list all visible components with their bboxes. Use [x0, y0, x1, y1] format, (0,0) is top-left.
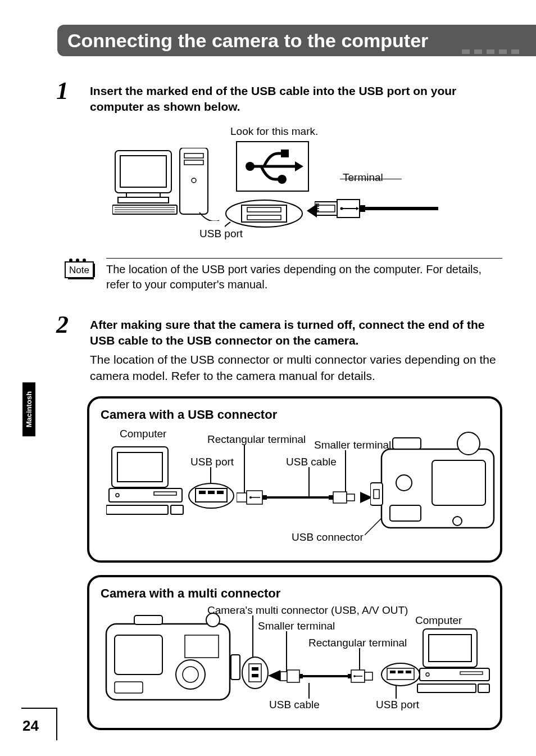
svg-marker-80 — [268, 670, 280, 681]
footer-rule — [21, 708, 57, 709]
svg-rect-81 — [280, 672, 287, 681]
step-1-number: 1 — [56, 79, 79, 115]
camera-illustration-icon — [370, 427, 502, 539]
svg-point-73 — [206, 613, 220, 627]
step-2-number: 2 — [56, 313, 79, 384]
label-rectangular-terminal: Rectangular terminal — [207, 433, 306, 446]
svg-rect-72 — [134, 615, 162, 624]
label-look-for-mark: Look for this mark. — [230, 125, 318, 138]
svg-rect-28 — [365, 207, 438, 210]
page-title: Connecting the camera to the computer — [67, 30, 428, 52]
step-1: 1 Insert the marked end of the USB cable… — [56, 79, 502, 115]
svg-point-62 — [457, 432, 480, 455]
svg-rect-65 — [370, 483, 383, 505]
label-usb-port: USB port — [190, 456, 234, 468]
step-2-instruction: After making sure that the camera is tur… — [90, 317, 502, 349]
step-2-description: The location of the USB connector or mul… — [90, 352, 502, 384]
svg-rect-42 — [171, 505, 183, 514]
content-area: 1 Insert the marked end of the USB cable… — [56, 79, 502, 730]
svg-rect-83 — [299, 674, 303, 678]
svg-marker-30 — [307, 204, 317, 218]
svg-point-16 — [278, 175, 287, 184]
usb-cable-icon — [280, 669, 381, 683]
svg-rect-79 — [252, 674, 258, 677]
usb-cable-icon — [237, 488, 360, 506]
note-text: The location of the USB port varies depe… — [106, 258, 502, 292]
arrow-left-icon — [268, 668, 280, 683]
panel-multi-title: Camera with a multi connector — [101, 586, 489, 601]
note-icon-label: Note — [69, 265, 89, 275]
usb-port-closeup-icon — [225, 200, 303, 230]
svg-rect-93 — [398, 671, 403, 673]
note-block: Note The location of the USB port varies… — [65, 258, 502, 292]
svg-rect-92 — [390, 671, 396, 673]
label-usb-cable: USB cable — [286, 456, 337, 468]
decorative-dashes — [462, 49, 519, 54]
svg-rect-3 — [118, 197, 169, 203]
usb-plug-icon — [315, 197, 438, 220]
svg-rect-55 — [333, 492, 347, 503]
leader-line — [340, 179, 402, 180]
svg-rect-46 — [208, 491, 215, 494]
svg-rect-85 — [348, 674, 351, 678]
svg-rect-48 — [237, 493, 247, 502]
svg-rect-15 — [281, 150, 289, 157]
svg-rect-75 — [231, 655, 240, 680]
svg-rect-78 — [252, 667, 258, 671]
label-usb-cable: USB cable — [269, 699, 320, 711]
panel-usb-body: Computer Rectangular terminal Smaller te… — [101, 425, 489, 549]
arrow-left-icon — [307, 200, 318, 222]
panel-multi-connector: Camera with a multi connector Camera's m… — [87, 575, 502, 730]
svg-point-76 — [242, 657, 268, 689]
svg-rect-53 — [267, 496, 329, 499]
svg-rect-82 — [287, 670, 299, 682]
label-computer: Computer — [120, 428, 166, 440]
svg-rect-41 — [106, 505, 168, 514]
compact-camera-illustration-icon — [101, 610, 241, 711]
svg-rect-2 — [126, 193, 160, 197]
usb-port-closeup-icon — [188, 482, 235, 510]
svg-rect-89 — [365, 672, 373, 680]
multi-connector-port-icon — [241, 656, 269, 690]
svg-rect-47 — [217, 491, 224, 494]
svg-rect-45 — [199, 491, 206, 494]
label-computer: Computer — [415, 614, 462, 627]
desktop-computer-icon — [415, 627, 494, 700]
note-icon: Note — [65, 261, 94, 278]
panel-usb-connector: Camera with a USB connector Computer Rec… — [87, 396, 502, 563]
desktop-computer-icon — [106, 442, 188, 521]
svg-rect-44 — [196, 488, 227, 502]
svg-rect-0 — [115, 151, 171, 193]
usb-symbol-icon — [236, 141, 309, 192]
svg-rect-56 — [347, 494, 355, 501]
label-rectangular-terminal: Rectangular terminal — [308, 637, 407, 649]
label-usb-port: USB port — [199, 228, 243, 240]
svg-rect-27 — [360, 205, 365, 212]
computer-illustration-icon — [112, 148, 219, 221]
label-usb-port: USB port — [376, 699, 419, 711]
panel-usb-title: Camera with a USB connector — [101, 408, 489, 422]
footer-rule-vertical — [56, 708, 57, 740]
svg-rect-94 — [406, 671, 411, 673]
diagram-computer-usb: Look for this mark. — [56, 125, 502, 243]
svg-marker-14 — [295, 161, 303, 171]
label-usb-connector: USB connector — [292, 531, 364, 544]
svg-rect-63 — [393, 438, 421, 449]
panel-multi-body: Camera's multi connector (USB, A/V OUT) … — [101, 604, 489, 717]
svg-rect-101 — [478, 684, 489, 692]
svg-rect-84 — [303, 675, 348, 677]
step-1-instruction: Insert the marked end of the USB cable i… — [90, 83, 502, 115]
label-smaller-terminal: Smaller terminal — [258, 620, 335, 632]
svg-rect-100 — [417, 684, 476, 692]
step-2-body: After making sure that the camera is tur… — [90, 313, 502, 384]
svg-rect-54 — [329, 495, 333, 500]
svg-rect-91 — [387, 668, 414, 680]
side-tab-macintosh: Macintosh — [22, 382, 35, 436]
label-terminal: Terminal — [343, 171, 383, 184]
step-2: 2 After making sure that the camera is t… — [56, 313, 502, 384]
step-1-body: Insert the marked end of the USB cable i… — [90, 79, 502, 115]
page-number: 24 — [22, 717, 39, 735]
svg-rect-52 — [262, 495, 267, 500]
